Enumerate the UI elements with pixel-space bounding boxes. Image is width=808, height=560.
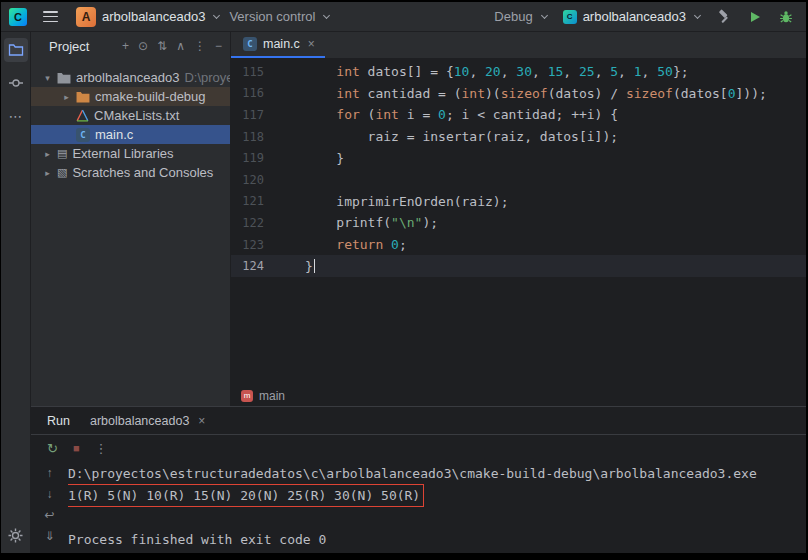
run-window-title[interactable]: Run <box>47 414 70 428</box>
tree-item-external-libraries[interactable]: ▸ ▤ External Libraries <box>31 144 230 163</box>
tree-item-cmakelists[interactable]: CMakeLists.txt <box>31 106 230 125</box>
settings-gear-icon[interactable] <box>4 523 28 547</box>
code-line[interactable]: 118 raiz = insertar(raiz, datos[i]); <box>231 126 806 148</box>
rerun-icon[interactable]: ↻ <box>47 441 58 456</box>
run-play-icon[interactable] <box>748 10 762 24</box>
run-config-selector[interactable]: C arbolbalanceado3 <box>563 9 700 24</box>
tree-item-root[interactable]: ▾ arbolbalanceado3 D:\proyecto <box>31 68 230 87</box>
debug-bug-icon[interactable] <box>778 9 794 25</box>
add-icon[interactable]: + <box>122 39 129 53</box>
clion-window: C A arbolbalanceado3 Version control Deb… <box>1 2 806 553</box>
tab-main-c[interactable]: C main.c × <box>231 32 325 58</box>
code-text: } <box>264 151 344 166</box>
console-output[interactable]: D:\proyectos\estructuradedatos\c\arbolba… <box>68 461 806 553</box>
code-text: int cantidad = (int)(sizeof(datos) / siz… <box>264 86 767 101</box>
project-tool-window-button[interactable] <box>4 38 28 62</box>
c-file-icon: C <box>76 128 90 142</box>
build-hammer-icon[interactable] <box>716 9 732 25</box>
console-toolbar: ↑ ↓ ↩ ⇓ <box>31 461 68 553</box>
tree-item-label: cmake-build-debug <box>95 89 206 104</box>
scroll-to-end-icon[interactable]: ⇓ <box>44 529 54 543</box>
soft-wrap-icon[interactable]: ↩ <box>44 508 54 522</box>
breadcrumb[interactable]: main <box>259 389 285 403</box>
prev-occurrence-icon[interactable]: ↑ <box>47 466 53 480</box>
folder-icon <box>57 72 71 84</box>
editor-area: C main.c × 115 int datos[] = {10, 20, 30… <box>231 32 806 406</box>
tree-item-label: CMakeLists.txt <box>94 108 179 123</box>
code-text: } <box>264 259 315 274</box>
code-lines: 115 int datos[] = {10, 20, 30, 15, 25, 5… <box>231 61 806 277</box>
chevron-down-icon <box>323 12 330 19</box>
cmake-file-icon <box>76 109 89 122</box>
tree-item-cmake-build-debug[interactable]: ▸ cmake-build-debug <box>31 87 230 106</box>
tree-item-label: Scratches and Consoles <box>72 165 213 180</box>
line-number: 122 <box>231 216 264 230</box>
close-icon[interactable]: × <box>308 37 315 51</box>
code-line[interactable]: 122 printf("\n"); <box>231 212 806 234</box>
code-line[interactable]: 117 for (int i = 0; i < cantidad; ++i) { <box>231 104 806 126</box>
close-icon[interactable]: × <box>198 414 205 428</box>
console-line: Process finished with exit code 0 <box>68 529 806 551</box>
more-tool-windows-button[interactable]: ⋯ <box>4 104 28 128</box>
code-line[interactable]: 119 } <box>231 147 806 169</box>
chevron-collapsed-icon[interactable]: ▸ <box>43 168 52 178</box>
chevron-down-icon <box>694 12 701 19</box>
tool-window-strip: ⋯ <box>1 32 31 553</box>
run-config-label: arbolbalanceado3 <box>583 9 686 24</box>
line-number: 116 <box>231 86 264 100</box>
more-options-icon[interactable]: ⋮ <box>95 441 108 456</box>
code-line[interactable]: 124} <box>231 255 806 277</box>
editor-tab-bar: C main.c × <box>231 32 806 59</box>
breadcrumb-bar: m main <box>231 385 806 406</box>
project-panel-title: Project <box>49 39 89 54</box>
debug-profile-selector[interactable]: Debug <box>494 9 546 24</box>
code-line[interactable]: 116 int cantidad = (int)(sizeof(datos) /… <box>231 83 806 105</box>
run-tab-arbolbalanceado3[interactable]: arbolbalanceado3 × <box>90 414 205 428</box>
select-opened-file-icon[interactable]: ⊙ <box>138 39 148 53</box>
chevron-down-icon <box>541 12 548 19</box>
code-line[interactable]: 123 return 0; <box>231 234 806 256</box>
hide-panel-icon[interactable]: − <box>215 39 222 53</box>
project-panel-header: Project + ⊙ ⇅ ∧ ⋮ − <box>31 32 230 60</box>
code-line[interactable]: 121 imprimirEnOrden(raiz); <box>231 191 806 213</box>
clion-logo-icon[interactable]: C <box>9 8 27 26</box>
project-name: arbolbalanceado3 <box>102 9 205 24</box>
version-control-menu[interactable]: Version control <box>229 9 329 24</box>
library-icon: ▤ <box>57 147 67 160</box>
line-number: 123 <box>231 238 264 252</box>
text-cursor <box>314 259 316 273</box>
project-tree: ▾ arbolbalanceado3 D:\proyecto ▸ <box>31 60 230 406</box>
line-number: 117 <box>231 108 264 122</box>
scratches-icon: ▧ <box>57 166 67 179</box>
stop-icon[interactable]: ■ <box>73 442 80 454</box>
line-number: 124 <box>231 259 264 273</box>
code-line[interactable]: 120 <box>231 169 806 191</box>
more-options-icon[interactable]: ⋮ <box>194 39 206 53</box>
console-line <box>68 507 806 529</box>
project-panel: Project + ⊙ ⇅ ∧ ⋮ − ▾ <box>31 32 231 406</box>
console-line: D:\proyectos\estructuradedatos\c\arbolba… <box>68 463 806 485</box>
project-avatar: A <box>76 7 96 27</box>
chevron-collapsed-icon[interactable]: ▸ <box>43 149 52 159</box>
commit-tool-window-button[interactable] <box>4 71 28 95</box>
tree-item-label: main.c <box>95 127 133 142</box>
code-editor[interactable]: 115 int datos[] = {10, 20, 30, 15, 25, 5… <box>231 59 806 385</box>
project-selector[interactable]: A arbolbalanceado3 <box>76 7 219 27</box>
run-config-app-icon: C <box>563 10 577 24</box>
code-line[interactable]: 115 int datos[] = {10, 20, 30, 15, 25, 5… <box>231 61 806 83</box>
collapse-all-icon[interactable]: ∧ <box>176 39 185 53</box>
title-bar: C A arbolbalanceado3 Version control Deb… <box>1 2 806 32</box>
next-occurrence-icon[interactable]: ↓ <box>47 487 53 501</box>
tree-item-scratches[interactable]: ▸ ▧ Scratches and Consoles <box>31 163 230 182</box>
expand-icon[interactable]: ⇅ <box>157 39 167 53</box>
tree-item-main-c[interactable]: C main.c <box>31 125 230 144</box>
c-file-icon: C <box>243 37 257 51</box>
chevron-expanded-icon[interactable]: ▾ <box>43 73 52 83</box>
chevron-collapsed-icon[interactable]: ▸ <box>62 92 71 102</box>
code-text: return 0; <box>264 237 407 252</box>
folder-icon <box>8 42 24 58</box>
hamburger-menu-icon[interactable] <box>43 11 58 22</box>
project-panel-toolbar: + ⊙ ⇅ ∧ ⋮ − <box>122 39 222 53</box>
tab-label: main.c <box>263 37 300 51</box>
line-number: 121 <box>231 194 264 208</box>
